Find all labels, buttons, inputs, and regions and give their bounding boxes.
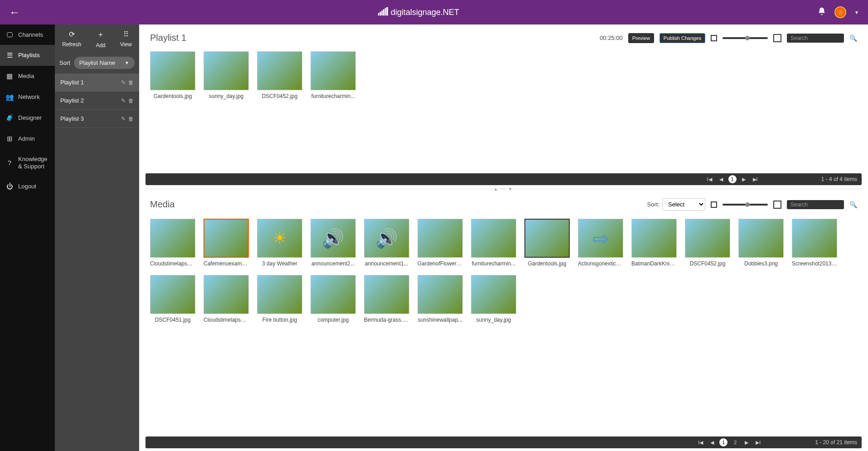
chevron-down-icon: ▼: [125, 60, 129, 65]
thumb-item[interactable]: Gardentools.jpg: [524, 219, 570, 267]
thumb-item[interactable]: announcement1...: [364, 219, 409, 267]
nav-admin[interactable]: ⊞ Admin: [0, 128, 55, 149]
thumb-item[interactable]: DSCF0452.jpg: [257, 51, 302, 99]
sort-label: Sort: [59, 59, 70, 66]
pager-first[interactable]: I◀: [696, 440, 705, 446]
edit-icon[interactable]: ✎: [121, 79, 126, 86]
playlist-item-label: Playlist 3: [60, 115, 84, 122]
search-icon[interactable]: 🔍: [849, 34, 857, 42]
nav-knowledge[interactable]: ? Knowledge & Support: [0, 149, 55, 176]
thumb-item[interactable]: Bermuda-grass.jpg: [364, 275, 409, 323]
delete-icon[interactable]: 🗑: [128, 98, 134, 104]
thumb-item[interactable]: furniturecharmin...: [471, 219, 516, 267]
nav-network[interactable]: 👥 Network: [0, 87, 55, 108]
panel-divider[interactable]: ▴ ⋯ ▾: [145, 189, 862, 189]
thumb-item[interactable]: Gardentools.jpg: [150, 51, 195, 99]
media-search[interactable]: [787, 200, 844, 209]
playlist-sort-select[interactable]: Playlist Name ▼: [74, 57, 135, 69]
thumb-caption: BatmanDarkKnig...: [631, 260, 677, 267]
thumb-size-slider[interactable]: [723, 204, 768, 206]
thumb-item[interactable]: Cafemenuexampl...: [204, 219, 249, 267]
thumb-caption: Fire button.jpg: [257, 317, 302, 323]
playlist-search-input[interactable]: [790, 35, 840, 41]
thumb-item[interactable]: 3 day Weather: [257, 219, 302, 267]
thumb-caption: furniturecharmin...: [310, 93, 356, 99]
pager-last[interactable]: ▶I: [754, 440, 762, 446]
edit-icon[interactable]: ✎: [121, 98, 126, 104]
thumb-caption: Dobbies3.png: [738, 260, 784, 267]
playlist-item-label: Playlist 2: [60, 97, 84, 104]
media-sort-label: Sort:: [647, 201, 659, 208]
user-avatar[interactable]: [834, 6, 846, 18]
pager-next[interactable]: ▶: [740, 176, 747, 182]
media-sort-select[interactable]: Select: [662, 198, 705, 211]
btn-label: Add: [96, 42, 105, 49]
pager-last[interactable]: ▶I: [751, 176, 760, 182]
thumb-caption: Bermuda-grass.jpg: [364, 317, 409, 323]
nav-media[interactable]: ▦ Media: [0, 66, 55, 87]
playlist-item[interactable]: Playlist 2 ✎🗑: [55, 92, 139, 110]
thumb-size-large[interactable]: [773, 201, 781, 209]
search-icon[interactable]: 🔍: [849, 201, 857, 208]
thumb-item[interactable]: Cloudstimelapsec...: [150, 219, 195, 267]
edit-icon[interactable]: ✎: [121, 116, 126, 122]
thumb-size-slider[interactable]: [723, 37, 768, 39]
thumb-size-large[interactable]: [773, 34, 781, 42]
drag-handle-icon[interactable]: ▴ ⋯ ▾: [495, 186, 512, 192]
playlist-item[interactable]: Playlist 3 ✎🗑: [55, 110, 139, 128]
thumb-item[interactable]: Actionsgonextico...: [578, 219, 623, 267]
playlist-item[interactable]: Playlist 1 ✎🗑: [55, 74, 139, 92]
nav-designer[interactable]: 🧳 Designer: [0, 108, 55, 128]
delete-icon[interactable]: 🗑: [128, 79, 134, 86]
pager-prev[interactable]: ◀: [718, 176, 725, 182]
thumb-image: [578, 219, 623, 258]
nav-channels[interactable]: 🖵 Channels: [0, 25, 55, 45]
playlist-search[interactable]: [787, 34, 844, 43]
thumb-item[interactable]: Screenshot20131...: [792, 219, 837, 267]
nav-logout[interactable]: ⏻ Logout: [0, 176, 55, 196]
thumb-image: [417, 219, 463, 258]
refresh-button[interactable]: ⟳Refresh: [62, 30, 81, 49]
thumb-item[interactable]: DSCF0452.jpg: [685, 219, 730, 267]
preview-button[interactable]: Preview: [628, 33, 654, 43]
thumb-caption: Cloudstimelapsec...: [204, 317, 249, 323]
thumb-item[interactable]: announcement2...: [310, 219, 356, 267]
add-button[interactable]: ＋Add: [96, 30, 105, 49]
thumb-item[interactable]: DSCF0451.jpg: [150, 275, 195, 323]
thumb-item[interactable]: sunny_day.jpg: [471, 275, 516, 323]
thumb-item[interactable]: GardenofFlowers...: [417, 219, 463, 267]
user-menu-caret[interactable]: ▼: [854, 10, 859, 15]
pager-prev[interactable]: ◀: [708, 440, 716, 446]
thumb-item[interactable]: Dobbies3.png: [738, 219, 784, 267]
notifications-icon[interactable]: [817, 7, 826, 18]
thumb-item[interactable]: BatmanDarkKnig...: [631, 219, 677, 267]
pager-page[interactable]: 1: [728, 175, 737, 183]
thumb-size-small[interactable]: [711, 201, 717, 208]
thumb-item[interactable]: sunny_day.jpg: [204, 51, 249, 99]
delete-icon[interactable]: 🗑: [128, 116, 134, 122]
pager-page[interactable]: 1: [719, 438, 727, 446]
nav-label: Knowledge & Support: [18, 156, 49, 170]
view-button[interactable]: ⠿View: [120, 30, 132, 49]
grid-icon: ▦: [5, 72, 14, 80]
nav-label: Network: [18, 93, 40, 101]
thumb-item[interactable]: computer.jpg: [310, 275, 356, 323]
thumb-size-small[interactable]: [711, 35, 717, 41]
thumb-caption: announcement2...: [310, 260, 356, 267]
pager-page[interactable]: 2: [731, 438, 739, 446]
pager-first[interactable]: I◀: [705, 176, 714, 182]
back-button[interactable]: ←: [9, 6, 20, 19]
pager-next[interactable]: ▶: [743, 440, 750, 446]
thumb-image: [257, 275, 302, 314]
thumb-item[interactable]: Fire button.jpg: [257, 275, 302, 323]
thumb-item[interactable]: furniturecharmin...: [310, 51, 356, 99]
thumb-caption: computer.jpg: [310, 317, 356, 323]
thumb-caption: sunny_day.jpg: [471, 317, 516, 323]
thumb-caption: furniturecharmin...: [471, 260, 516, 267]
thumb-item[interactable]: Cloudstimelapsec...: [204, 275, 249, 323]
nav-playlists[interactable]: ☰ Playlists: [0, 45, 55, 66]
thumb-image: [471, 219, 516, 258]
publish-button[interactable]: Publish Changes: [659, 33, 705, 43]
thumb-item[interactable]: sunshinewallpap...: [417, 275, 463, 323]
media-search-input[interactable]: [790, 201, 840, 208]
